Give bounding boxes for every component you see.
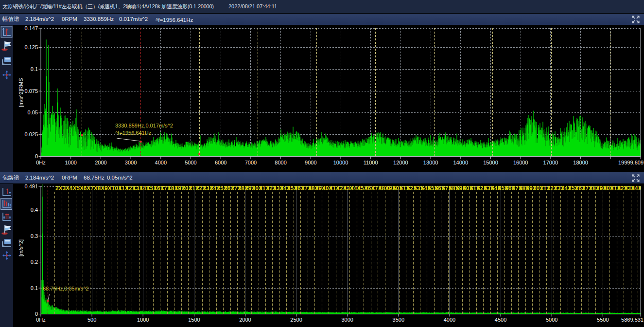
svg-text:5X: 5X <box>76 185 84 192</box>
svg-text:3500: 3500 <box>393 317 404 323</box>
svg-text:16000: 16000 <box>513 160 528 165</box>
svg-text:7X: 7X <box>90 185 98 192</box>
svg-text:85X: 85X <box>639 185 644 192</box>
svg-text:4X: 4X <box>70 185 77 192</box>
svg-text:3X: 3X <box>62 185 70 192</box>
svg-text:6X: 6X <box>84 185 91 192</box>
svg-text:0Hz: 0Hz <box>36 317 46 323</box>
svg-text:15000: 15000 <box>483 160 498 165</box>
svg-text:13000: 13000 <box>423 160 438 165</box>
svg-text:68.75Hz,0.05m/s^2: 68.75Hz,0.05m/s^2 <box>43 286 88 291</box>
svg-text:9X: 9X <box>104 185 112 192</box>
svg-text:[m/s^2]RMS: [m/s^2]RMS <box>18 78 24 107</box>
svg-text:14000: 14000 <box>453 160 469 165</box>
svg-text:3000: 3000 <box>125 160 137 165</box>
svg-text:4000: 4000 <box>155 160 167 165</box>
svg-text:11000: 11000 <box>364 160 378 165</box>
svg-text:1500: 1500 <box>188 317 200 323</box>
svg-text:4000: 4000 <box>444 317 455 323</box>
svg-text:19999.609: 19999.609 <box>618 160 644 165</box>
svg-text:4500: 4500 <box>495 317 506 323</box>
svg-text:3330.859Hz,0.017m/s^2: 3330.859Hz,0.017m/s^2 <box>115 123 173 128</box>
svg-text:0.025: 0.025 <box>24 131 38 137</box>
svg-text:5869.531: 5869.531 <box>621 317 644 323</box>
svg-text:0.2: 0.2 <box>31 259 38 265</box>
svg-text:500: 500 <box>87 317 96 323</box>
svg-text:18000: 18000 <box>573 160 588 165</box>
svg-text:0.491: 0.491 <box>24 184 38 189</box>
svg-text:1000: 1000 <box>137 317 149 323</box>
svg-text:5500: 5500 <box>597 317 609 323</box>
svg-text:8000: 8000 <box>275 160 286 165</box>
svg-text:0.4: 0.4 <box>31 207 38 213</box>
svg-text:[m/s^2]: [m/s^2] <box>18 239 24 256</box>
svg-text:17000: 17000 <box>543 160 558 165</box>
svg-text:5000: 5000 <box>546 317 557 323</box>
svg-text:10000: 10000 <box>333 160 348 165</box>
svg-text:0.05: 0.05 <box>28 109 38 115</box>
svg-text:2X: 2X <box>55 185 63 192</box>
svg-text:12000: 12000 <box>393 160 408 165</box>
svg-text:0.3: 0.3 <box>31 233 38 239</box>
svg-text:8X: 8X <box>98 185 105 192</box>
svg-text:9000: 9000 <box>305 160 316 165</box>
svg-text:2000: 2000 <box>239 317 251 323</box>
svg-text:0.075: 0.075 <box>24 88 38 94</box>
svg-text:2500: 2500 <box>290 317 302 323</box>
svg-text:7000: 7000 <box>245 160 257 165</box>
svg-text:5000: 5000 <box>185 160 196 165</box>
svg-text:0Hz: 0Hz <box>36 160 46 165</box>
svg-text:Δf=1956.641Hz: Δf=1956.641Hz <box>115 130 151 136</box>
svg-text:0.147: 0.147 <box>24 25 38 31</box>
svg-text:0.125: 0.125 <box>24 44 38 50</box>
svg-text:0.1: 0.1 <box>31 285 38 291</box>
svg-text:0.1: 0.1 <box>31 66 38 72</box>
svg-text:2000: 2000 <box>95 160 106 165</box>
svg-text:6000: 6000 <box>215 160 226 165</box>
svg-text:0: 0 <box>35 153 38 159</box>
svg-text:3000: 3000 <box>341 317 353 323</box>
svg-text:1000: 1000 <box>65 160 76 165</box>
svg-text:0: 0 <box>35 311 38 317</box>
